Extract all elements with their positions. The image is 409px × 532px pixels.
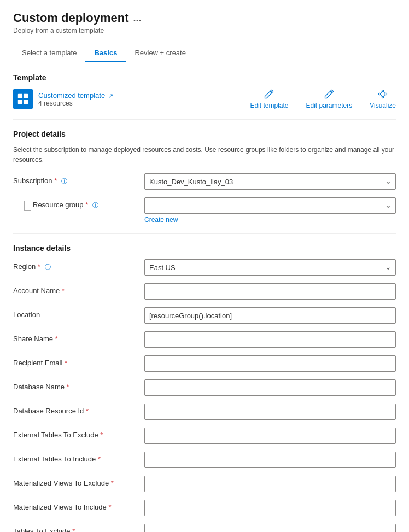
external-tables-include-input[interactable] [144, 452, 396, 468]
subscription-control: Kusto_Dev_Kusto_Ilay_03 [144, 173, 396, 190]
template-resources: 4 resources [38, 100, 113, 107]
tree-line [24, 201, 31, 211]
create-new-link[interactable]: Create new [144, 216, 396, 224]
materialized-views-exclude-control [144, 476, 396, 492]
edit-template-button[interactable]: Edit template [250, 89, 288, 109]
region-row: Region * ⓘ East US [13, 259, 396, 276]
subscription-info-icon[interactable]: ⓘ [61, 178, 67, 184]
svg-point-7 [382, 96, 383, 98]
region-select-wrapper: East US [144, 259, 396, 276]
svg-line-8 [381, 92, 382, 93]
svg-rect-3 [24, 100, 28, 104]
tables-exclude-input[interactable] [144, 524, 396, 532]
materialized-views-include-row: Materialized Views To Include * [13, 500, 396, 516]
materialized-views-exclude-label: Materialized Views To Exclude * [13, 476, 144, 487]
instance-details-title: Instance details [13, 244, 396, 253]
tables-exclude-control [144, 524, 396, 532]
external-tables-include-label: External Tables To Include * [13, 452, 144, 463]
region-label: Region * ⓘ [13, 259, 144, 271]
ellipsis-menu[interactable]: ... [133, 13, 141, 24]
subscription-select-wrapper: Kusto_Dev_Kusto_Ilay_03 [144, 173, 396, 190]
tab-review-create[interactable]: Review + create [126, 44, 195, 62]
svg-line-11 [384, 95, 385, 96]
resource-group-select[interactable] [144, 197, 396, 214]
subscription-label: Subscription * ⓘ [13, 173, 144, 185]
external-tables-exclude-row: External Tables To Exclude * [13, 428, 396, 444]
tab-select-template[interactable]: Select a template [13, 44, 85, 62]
divider-1 [13, 119, 396, 120]
external-tables-exclude-label: External Tables To Exclude * [13, 428, 144, 439]
recipient-email-row: Recipient Email * [13, 355, 396, 372]
resource-group-select-wrapper [144, 197, 396, 214]
project-details-section: Project details Select the subscription … [13, 130, 396, 224]
edit-template-icon [264, 89, 274, 100]
resource-group-control: Create new [144, 197, 396, 224]
template-name-link[interactable]: Customized template ↗ [38, 91, 113, 100]
database-name-control [144, 379, 396, 396]
recipient-email-label: Recipient Email * [13, 355, 144, 367]
svg-line-9 [384, 92, 385, 93]
region-info-icon[interactable]: ⓘ [45, 264, 51, 270]
recipient-email-control [144, 355, 396, 372]
project-details-title: Project details [13, 130, 396, 138]
instance-details-section: Instance details Region * ⓘ East US Acco… [13, 244, 396, 532]
database-name-label: Database Name * [13, 379, 144, 391]
external-tables-exclude-input[interactable] [144, 428, 396, 444]
account-name-row: Account Name * [13, 283, 396, 300]
materialized-views-include-label: Materialized Views To Include * [13, 500, 144, 511]
location-label: Location [13, 307, 144, 319]
svg-rect-2 [18, 100, 22, 104]
tables-exclude-row: Tables To Exclude * [13, 524, 396, 532]
tables-exclude-label: Tables To Exclude * [13, 524, 144, 532]
tab-basics[interactable]: Basics [85, 44, 126, 62]
tab-bar: Select a template Basics Review + create [13, 44, 396, 62]
template-card: Customized template ↗ 4 resources [13, 89, 113, 109]
materialized-views-exclude-row: Materialized Views To Exclude * [13, 476, 396, 492]
materialized-views-include-control [144, 500, 396, 516]
resource-group-indent: Resource group * ⓘ [13, 197, 144, 211]
share-name-control [144, 331, 396, 348]
visualize-icon [377, 89, 388, 100]
account-name-control [144, 283, 396, 300]
external-tables-include-control [144, 452, 396, 468]
location-row: Location [13, 307, 396, 324]
share-name-input[interactable] [144, 331, 396, 348]
materialized-views-include-input[interactable] [144, 500, 396, 516]
svg-rect-0 [18, 94, 22, 98]
template-actions: Edit template Edit parameters [250, 89, 396, 109]
region-select[interactable]: East US [144, 259, 396, 276]
visualize-button[interactable]: Visualize [370, 89, 396, 109]
database-name-row: Database Name * [13, 379, 396, 396]
template-grid-icon [17, 93, 29, 105]
svg-rect-1 [24, 94, 28, 98]
svg-line-10 [381, 95, 382, 96]
recipient-email-input[interactable] [144, 355, 396, 372]
divider-2 [13, 233, 396, 234]
resource-group-row: Resource group * ⓘ Create new [13, 197, 396, 224]
edit-parameters-icon [324, 89, 335, 100]
project-details-desc: Select the subscription to manage deploy… [13, 145, 396, 165]
resource-group-info-icon[interactable]: ⓘ [92, 202, 98, 208]
account-name-input[interactable] [144, 283, 396, 300]
svg-point-5 [382, 90, 383, 92]
database-name-input[interactable] [144, 379, 396, 396]
database-resource-id-control [144, 404, 396, 420]
template-icon [13, 89, 33, 109]
edit-parameters-button[interactable]: Edit parameters [306, 89, 352, 109]
account-name-label: Account Name * [13, 283, 144, 295]
region-control: East US [144, 259, 396, 276]
template-info: Customized template ↗ 4 resources [38, 91, 113, 107]
database-resource-id-row: Database Resource Id * [13, 404, 396, 420]
database-resource-id-input[interactable] [144, 404, 396, 420]
location-control [144, 307, 396, 324]
subscription-row: Subscription * ⓘ Kusto_Dev_Kusto_Ilay_03 [13, 173, 396, 190]
template-section-title: Template [13, 73, 396, 82]
external-tables-include-row: External Tables To Include * [13, 452, 396, 468]
subscription-select[interactable]: Kusto_Dev_Kusto_Ilay_03 [144, 173, 396, 190]
materialized-views-exclude-input[interactable] [144, 476, 396, 492]
database-resource-id-label: Database Resource Id * [13, 404, 144, 415]
location-input[interactable] [144, 307, 396, 324]
share-name-row: Share Name * [13, 331, 396, 348]
page-title: Custom deployment ... [13, 11, 396, 25]
page-subtitle: Deploy from a custom template [13, 27, 396, 34]
